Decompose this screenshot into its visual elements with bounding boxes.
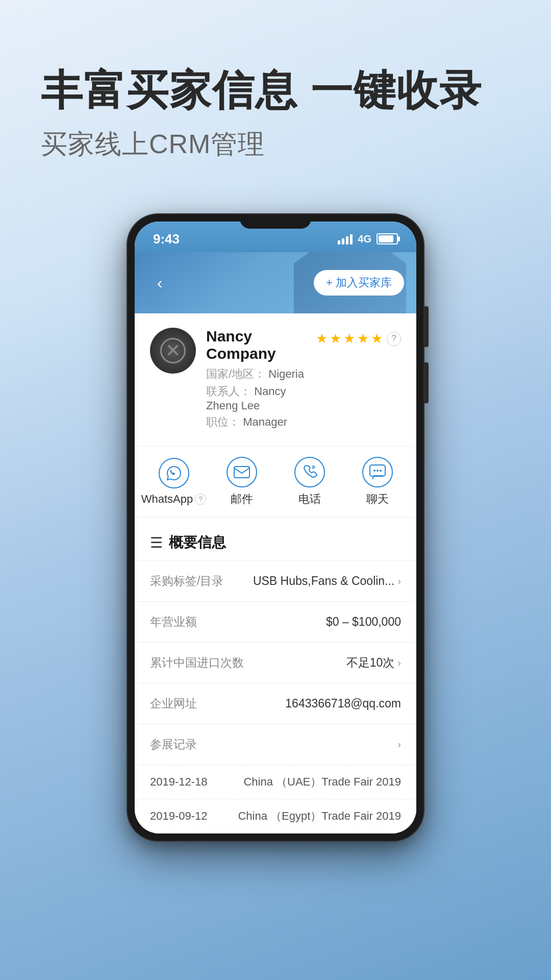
- main-title: 丰富买家信息 一键收录: [41, 66, 510, 114]
- chevron-right-icon: ›: [397, 575, 401, 587]
- signal-bar-3: [346, 236, 348, 244]
- row-expo-records[interactable]: 参展记录 ›: [135, 724, 416, 765]
- position-value: Manager: [243, 415, 287, 428]
- action-whatsapp[interactable]: WhatsApp ?: [140, 458, 208, 506]
- sub-title: 买家线上CRM管理: [41, 127, 510, 162]
- star-help-icon[interactable]: ?: [387, 332, 401, 346]
- add-buyer-button[interactable]: + 加入买家库: [314, 270, 404, 296]
- row-import-count: 累计中国进口次数 不足10次 ›: [135, 643, 416, 683]
- expo-name-1: China （UAE）Trade Fair 2019: [243, 774, 401, 790]
- status-time: 9:43: [153, 231, 180, 247]
- email-label: 邮件: [231, 492, 253, 507]
- country-label: 国家/地区：: [206, 368, 265, 380]
- chat-label: 聊天: [366, 492, 389, 507]
- svg-point-3: [377, 470, 379, 472]
- phone-action-label: 电话: [298, 492, 321, 507]
- label-import-count: 累计中国进口次数: [150, 655, 244, 671]
- company-right: ★ ★ ★ ★ ★ ?: [316, 328, 401, 347]
- row-revenue: 年营业额 $0 – $100,000: [135, 602, 416, 643]
- company-country-row: 国家/地区： Nigeria: [206, 366, 306, 382]
- expo-date-1: 2019-12-18: [150, 775, 208, 789]
- company-name: Nancy Company: [206, 328, 306, 362]
- avatar-inner-circle: ✕: [160, 338, 186, 363]
- svg-point-2: [373, 470, 375, 472]
- network-type: 4G: [358, 233, 371, 245]
- whatsapp-text: WhatsApp: [141, 493, 193, 506]
- value-website: 1643366718@qq.com: [285, 697, 401, 710]
- info-section: ☰ 概要信息 采购标签/目录 USB Hubs,Fans & Coolin...…: [135, 521, 416, 834]
- whatsapp-icon: [159, 458, 189, 488]
- page-content: 丰富买家信息 一键收录 买家线上CRM管理 9:43 4G: [0, 0, 551, 980]
- signal-bar-4: [350, 234, 353, 244]
- overview-header: ☰ 概要信息: [135, 521, 416, 561]
- label-purchase-tags: 采购标签/目录: [150, 573, 223, 589]
- position-label: 职位：: [206, 415, 240, 428]
- value-revenue: $0 – $100,000: [326, 615, 401, 629]
- purchase-tags-text: USB Hubs,Fans & Coolin...: [253, 574, 394, 588]
- email-icon: [227, 457, 257, 487]
- avatar-cross-icon: ✕: [165, 341, 181, 360]
- row-purchase-tags: 采购标签/目录 USB Hubs,Fans & Coolin... ›: [135, 561, 416, 602]
- overview-icon: ☰: [150, 534, 163, 551]
- battery-icon: [377, 233, 398, 244]
- company-card: ✕ Nancy Company 国家/地区： Nigeria 联系人： Nanc…: [135, 313, 416, 447]
- header-banner: ‹ + 加入买家库: [135, 252, 416, 313]
- import-count-chevron-icon: ›: [397, 657, 401, 669]
- avatar-pattern: ✕: [150, 328, 196, 374]
- star-4: ★: [357, 331, 369, 347]
- star-3: ★: [343, 331, 355, 347]
- star-rating: ★ ★ ★ ★ ★ ?: [316, 331, 401, 347]
- value-import-count[interactable]: 不足10次 ›: [346, 655, 401, 671]
- expo-record-2: 2019-09-12 China （Egypt）Trade Fair 2019: [135, 799, 416, 834]
- value-purchase-tags[interactable]: USB Hubs,Fans & Coolin... ›: [253, 574, 401, 588]
- company-contact-row: 联系人： Nancy Zheng Lee: [206, 384, 306, 412]
- action-chat[interactable]: 聊天: [343, 457, 411, 507]
- phone-frame: 9:43 4G: [128, 214, 423, 841]
- phone-mockup: 9:43 4G: [128, 214, 423, 841]
- expo-date-2: 2019-09-12: [150, 810, 208, 823]
- company-position-row: 职位： Manager: [206, 414, 306, 430]
- value-expo-records: ›: [397, 739, 401, 750]
- whatsapp-label: WhatsApp ?: [141, 493, 207, 506]
- battery-body: [377, 233, 398, 244]
- overview-title: 概要信息: [169, 533, 226, 552]
- label-revenue: 年营业额: [150, 614, 197, 630]
- signal-bar-2: [342, 238, 344, 244]
- label-expo-records: 参展记录: [150, 737, 197, 752]
- whatsapp-help-icon[interactable]: ?: [195, 494, 206, 505]
- header-section: 丰富买家信息 一键收录 买家线上CRM管理: [0, 0, 551, 183]
- phone-icon: [294, 457, 325, 487]
- action-phone[interactable]: 电话: [276, 457, 343, 507]
- expo-name-2: China （Egypt）Trade Fair 2019: [238, 808, 401, 824]
- phone-screen: 9:43 4G: [135, 222, 416, 834]
- expo-chevron-icon: ›: [397, 739, 401, 750]
- company-avatar: ✕: [150, 328, 196, 374]
- svg-rect-0: [234, 467, 249, 478]
- label-website: 企业网址: [150, 696, 197, 712]
- import-count-text: 不足10次: [346, 655, 395, 671]
- back-button[interactable]: ‹: [147, 270, 172, 296]
- action-row: WhatsApp ? 邮件: [135, 447, 416, 518]
- company-info: Nancy Company 国家/地区： Nigeria 联系人： Nancy …: [206, 328, 306, 432]
- battery-fill: [379, 235, 393, 242]
- signal-bar-1: [338, 240, 340, 244]
- chat-icon: [362, 457, 393, 487]
- star-1: ★: [316, 331, 328, 347]
- phone-notch: [240, 214, 311, 229]
- svg-point-4: [380, 470, 382, 472]
- contact-label: 联系人：: [206, 385, 251, 398]
- signal-bars-icon: [338, 233, 353, 244]
- status-icons: 4G: [338, 233, 398, 245]
- country-value: Nigeria: [268, 368, 304, 380]
- row-website: 企业网址 1643366718@qq.com: [135, 683, 416, 724]
- star-5: ★: [371, 331, 383, 347]
- expo-record-1: 2019-12-18 China （UAE）Trade Fair 2019: [135, 765, 416, 799]
- star-2: ★: [330, 331, 341, 347]
- action-email[interactable]: 邮件: [208, 457, 276, 507]
